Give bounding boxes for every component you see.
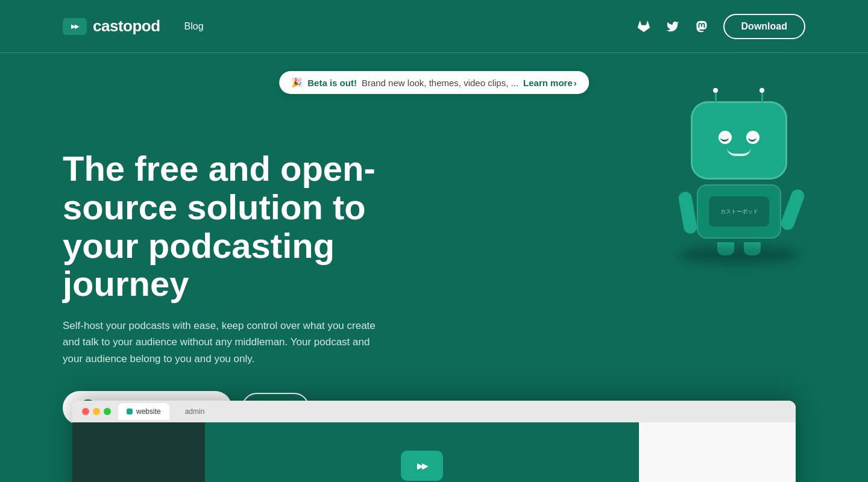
browser-tab-website[interactable]: website	[118, 403, 169, 420]
browser-dot-green	[104, 408, 111, 415]
robot-eyes	[719, 131, 760, 144]
browser-dots	[82, 408, 111, 415]
robot-eye-left	[719, 131, 732, 144]
browser-main	[205, 422, 639, 482]
browser-right-panel	[639, 422, 796, 482]
chevron-icon: ›	[574, 78, 577, 88]
gitlab-icon[interactable]	[637, 19, 651, 34]
announcement-bold: Beta is out!	[307, 78, 357, 88]
robot-antennas	[715, 91, 763, 103]
blog-link[interactable]: Blog	[184, 21, 204, 32]
robot-eye-right	[746, 131, 760, 144]
robot-antenna-right	[761, 91, 763, 103]
robot-smile	[727, 148, 751, 156]
robot-illustration: カストーポッド	[673, 101, 805, 258]
logo-icon	[63, 18, 87, 35]
robot-body: カストーポッド	[673, 101, 805, 258]
robot-head	[691, 101, 787, 180]
robot-antenna-left	[715, 91, 717, 103]
browser-robot-mini	[401, 451, 443, 481]
robot-arm-right	[779, 187, 807, 231]
twitter-icon[interactable]	[665, 19, 680, 34]
browser-admin-label: admin	[185, 407, 205, 416]
robot-shadow	[679, 246, 799, 264]
browser-mockup: website admin	[72, 401, 796, 482]
mastodon-icon[interactable]	[694, 19, 709, 34]
browser-content	[72, 422, 796, 482]
robot-arm-left	[678, 191, 698, 235]
browser-bar: website admin	[72, 401, 796, 422]
robot-screen-text: カストーポッド	[720, 208, 758, 216]
robot-torso: カストーポッド	[697, 184, 781, 239]
learn-more-text: Learn more	[523, 78, 573, 88]
browser-dot-yellow	[93, 408, 100, 415]
hero-section: 🎉 Beta is out! Brand new look, themes, v…	[0, 53, 868, 425]
hero-subtitle: Self-host your podcasts with ease, keep …	[63, 318, 376, 367]
browser-tab-label: website	[136, 407, 161, 416]
browser-tab-admin[interactable]: admin	[177, 403, 213, 420]
logo-text: castopod	[93, 17, 160, 36]
announcement-banner[interactable]: 🎉 Beta is out! Brand new look, themes, v…	[279, 71, 589, 94]
nav-left: castopod Blog	[63, 17, 204, 36]
hero-title: The free and open-source solution to you…	[63, 149, 424, 303]
robot-screen: カストーポッド	[709, 196, 769, 227]
logo[interactable]: castopod	[63, 17, 160, 36]
hero-content: The free and open-source solution to you…	[63, 83, 424, 425]
learn-more-link[interactable]: Learn more ›	[523, 78, 577, 88]
download-button[interactable]: Download	[723, 14, 805, 39]
navbar: castopod Blog Downloa	[0, 0, 868, 53]
browser-dot-red	[82, 408, 89, 415]
announcement-emoji: 🎉	[291, 77, 303, 88]
browser-tab-icon	[127, 408, 133, 415]
nav-right: Download	[637, 14, 805, 39]
announcement-body: Brand new look, themes, video clips, ...	[362, 78, 518, 88]
browser-sidebar	[72, 422, 205, 482]
